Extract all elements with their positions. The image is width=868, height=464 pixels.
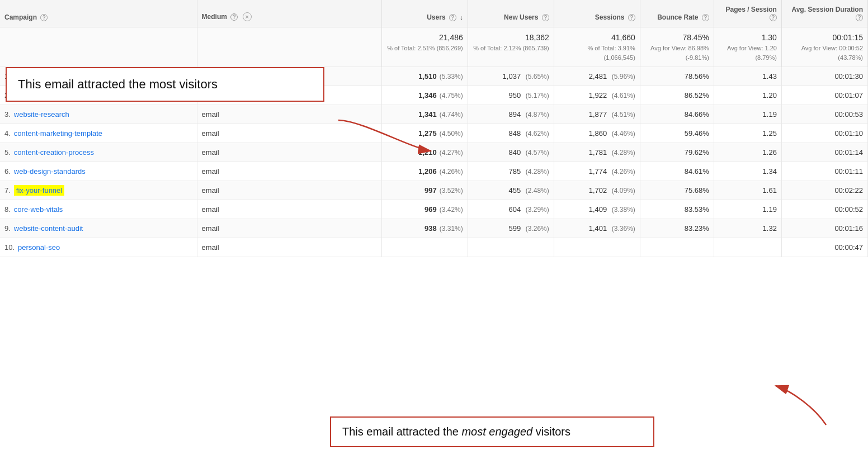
- avg-session-help-icon[interactable]: ?: [856, 14, 863, 21]
- pages-cell: 1.34: [714, 162, 781, 181]
- sessions-cell: [554, 238, 640, 257]
- campaign-help-icon[interactable]: ?: [40, 14, 48, 21]
- campaign-cell: 10.personal-seo: [0, 238, 197, 257]
- sessions-cell: 1,702 (4.09%): [554, 181, 640, 200]
- row-number: 9.: [4, 224, 11, 233]
- users-sort-icon[interactable]: ↓: [460, 14, 463, 21]
- users-cell: 997(3.52%): [381, 181, 468, 200]
- row-number: 4.: [4, 129, 11, 138]
- totals-users-cell: 21,486 % of Total: 2.51% (856,269): [381, 27, 468, 67]
- row-number: 3.: [4, 110, 11, 119]
- medium-help-icon[interactable]: ?: [230, 13, 238, 21]
- sessions-cell: 1,774 (4.26%): [554, 162, 640, 181]
- sessions-cell: 1,860 (4.46%): [554, 124, 640, 143]
- users-cell: 938(3.31%): [381, 219, 468, 238]
- pages-cell: 1.20: [714, 86, 781, 105]
- sessions-cell: 1,781 (4.28%): [554, 143, 640, 162]
- pages-cell: 1.43: [714, 67, 781, 86]
- row-number: 7.: [4, 186, 11, 195]
- bounce-cell: 83.53%: [640, 200, 714, 219]
- totals-row: 21,486 % of Total: 2.51% (856,269) 18,36…: [0, 27, 868, 67]
- bounce-cell: 59.46%: [640, 124, 714, 143]
- sessions-cell: 1,877 (4.51%): [554, 105, 640, 124]
- campaign-cell: 5.content-creation-process: [0, 143, 197, 162]
- avg-session-cell: 00:02:22: [781, 181, 867, 200]
- col-header-users: Users ? ↓: [381, 0, 468, 27]
- campaign-cell: 8.core-web-vitals: [0, 200, 197, 219]
- medium-cell: email: [197, 238, 381, 257]
- campaign-link[interactable]: fix-your-funnel: [16, 186, 62, 195]
- users-cell: 1,346(4.75%): [381, 86, 468, 105]
- col-header-new-users: New Users ?: [468, 0, 554, 27]
- avg-session-cell: 00:01:14: [781, 143, 867, 162]
- campaign-link[interactable]: core-web-vitals: [14, 205, 63, 214]
- new-users-cell: 1,037 (5.65%): [468, 67, 554, 86]
- table-row: 7.fix-your-funnelemail997(3.52%)455 (2.4…: [0, 181, 868, 200]
- row-number: 5.: [4, 148, 11, 157]
- col-header-pages: Pages / Session ?: [714, 0, 781, 27]
- bounce-cell: 75.68%: [640, 181, 714, 200]
- medium-close-icon[interactable]: ×: [243, 12, 252, 21]
- annotation-arrow-top: [327, 115, 439, 159]
- avg-session-cell: 00:01:10: [781, 124, 867, 143]
- pages-cell: 1.26: [714, 143, 781, 162]
- campaign-link[interactable]: web-design-standards: [14, 167, 86, 176]
- avg-session-cell: 00:00:52: [781, 200, 867, 219]
- row-number: 8.: [4, 205, 11, 214]
- campaign-link[interactable]: content-marketing-template: [14, 129, 102, 138]
- avg-session-cell: 00:00:53: [781, 105, 867, 124]
- medium-cell: email: [197, 162, 381, 181]
- totals-bounce-cell: 78.45% Avg for View: 86.98% (-9.81%): [640, 27, 714, 67]
- pages-cell: 1.32: [714, 219, 781, 238]
- annotation-box-bottom: This email attracted the most engaged vi…: [330, 416, 654, 447]
- col-header-avg-session: Avg. Session Duration ?: [781, 0, 867, 27]
- pages-cell: 1.19: [714, 105, 781, 124]
- pages-help-icon[interactable]: ?: [770, 14, 777, 21]
- table-header-row: Campaign ? Medium ? × Users ? ↓ New User…: [0, 0, 868, 27]
- new-users-cell: 785 (4.28%): [468, 162, 554, 181]
- sessions-cell: 1,401 (3.36%): [554, 219, 640, 238]
- new-users-cell: 840 (4.57%): [468, 143, 554, 162]
- medium-cell: email: [197, 200, 381, 219]
- campaign-link[interactable]: website-research: [14, 110, 69, 119]
- sessions-cell: 1,409 (3.38%): [554, 200, 640, 219]
- bounce-cell: 84.66%: [640, 105, 714, 124]
- new-users-cell: 455 (2.48%): [468, 181, 554, 200]
- pages-cell: [714, 238, 781, 257]
- totals-pages-cell: 1.30 Avg for View: 1.20 (8.79%): [714, 27, 781, 67]
- table-row: 6.web-design-standardsemail1,206(4.26%)7…: [0, 162, 868, 181]
- avg-session-cell: 00:01:16: [781, 219, 867, 238]
- bounce-cell: 84.61%: [640, 162, 714, 181]
- annotation-arrow-bottom: [770, 380, 837, 430]
- new-users-cell: 894 (4.87%): [468, 105, 554, 124]
- sessions-help-icon[interactable]: ?: [628, 14, 635, 21]
- sessions-cell: 2,481 (5.96%): [554, 67, 640, 86]
- avg-session-cell: 00:00:47: [781, 238, 867, 257]
- medium-cell: email: [197, 219, 381, 238]
- bounce-help-icon[interactable]: ?: [702, 14, 709, 21]
- new-users-cell: 599 (3.26%): [468, 219, 554, 238]
- users-help-icon[interactable]: ?: [449, 14, 456, 21]
- row-number: 10.: [4, 243, 15, 252]
- annotation-box-top: This email attracted the most visitors: [6, 67, 324, 102]
- campaign-link[interactable]: personal-seo: [18, 243, 60, 252]
- totals-sessions-cell: 41,660 % of Total: 3.91% (1,066,545): [554, 27, 640, 67]
- totals-avg-session-cell: 00:01:15 Avg for View: 00:00:52 (43.78%): [781, 27, 867, 67]
- avg-session-cell: 00:01:30: [781, 67, 867, 86]
- new-users-cell: 950 (5.17%): [468, 86, 554, 105]
- campaign-link[interactable]: content-creation-process: [14, 148, 94, 157]
- col-header-campaign: Campaign ?: [0, 0, 197, 27]
- table-row: 9.website-content-auditemail938(3.31%)59…: [0, 219, 868, 238]
- campaign-link[interactable]: website-content-audit: [14, 224, 83, 233]
- users-cell: 1,206(4.26%): [381, 162, 468, 181]
- new-users-help-icon[interactable]: ?: [542, 14, 549, 21]
- bounce-cell: 78.56%: [640, 67, 714, 86]
- bounce-cell: 83.23%: [640, 219, 714, 238]
- campaign-cell: 6.web-design-standards: [0, 162, 197, 181]
- users-cell: 1,510(5.33%): [381, 67, 468, 86]
- avg-session-cell: 00:01:07: [781, 86, 867, 105]
- totals-campaign-cell: [0, 27, 197, 67]
- pages-cell: 1.61: [714, 181, 781, 200]
- totals-medium-cell: [197, 27, 381, 67]
- bounce-cell: 79.62%: [640, 143, 714, 162]
